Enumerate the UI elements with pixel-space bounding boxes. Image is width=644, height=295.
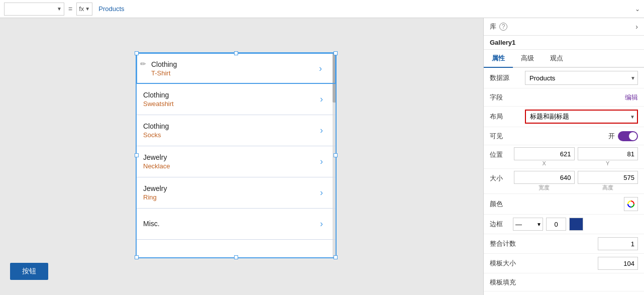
gallery-item-arrow-icon: › bbox=[319, 63, 322, 74]
gallery-item[interactable]: JewelryNecklace› bbox=[136, 146, 336, 177]
total-count-label: 整合计数 bbox=[490, 239, 525, 248]
gallery-item-text: Misc. bbox=[143, 220, 160, 229]
gallery-item-text: JewelryNecklace bbox=[143, 153, 170, 170]
formula-bar: ▼ = fx ▼ ⌄ bbox=[0, 0, 644, 18]
prop-datasource: 数据源 Products ▼ bbox=[484, 68, 644, 88]
size-w-group: 宽度 bbox=[514, 171, 575, 191]
template-padding-label: 模板填充 bbox=[490, 278, 525, 287]
gallery-item[interactable]: Misc.› bbox=[136, 209, 336, 240]
template-size-input[interactable] bbox=[598, 257, 638, 270]
datasource-dropdown-chevron: ▼ bbox=[630, 75, 635, 81]
formula-dropdown-chevron: ▼ bbox=[57, 6, 62, 12]
formula-fx-label: fx bbox=[79, 5, 84, 13]
panel-header-left: 库 ? bbox=[490, 22, 507, 31]
gallery-item-title: Clothing bbox=[143, 122, 169, 130]
size-w-input[interactable] bbox=[514, 171, 575, 184]
position-input-row: X Y bbox=[514, 147, 638, 166]
border-label: 边框 bbox=[490, 220, 510, 229]
gallery-item-arrow-icon: › bbox=[320, 187, 323, 198]
formula-fx-button[interactable]: fx ▼ bbox=[76, 3, 92, 16]
visible-toggle-area: 开 bbox=[525, 131, 638, 141]
gallery-item-text: ClothingT-Shirt bbox=[151, 60, 177, 77]
color-label: 颜色 bbox=[490, 200, 525, 209]
pos-x-input[interactable] bbox=[514, 147, 575, 160]
prop-template-size: 模板大小 bbox=[484, 254, 644, 273]
formula-bar-left: ▼ = fx ▼ bbox=[4, 3, 92, 16]
panel-component-name: Gallery1 bbox=[484, 36, 644, 50]
size-label: 大小 bbox=[490, 171, 510, 183]
border-style-select[interactable]: — ▼ bbox=[513, 218, 543, 231]
datasource-dropdown[interactable]: Products ▼ bbox=[525, 71, 638, 85]
gallery-item-subtitle: T-Shirt bbox=[151, 69, 177, 77]
color-picker-icon bbox=[627, 200, 635, 208]
prop-layout: 布局 标题和副标题 ▼ bbox=[484, 107, 644, 127]
size-h-group: 高度 bbox=[578, 171, 638, 191]
gallery-item-text: JewelryRing bbox=[143, 184, 167, 201]
button-component[interactable]: 按钮 bbox=[10, 263, 48, 280]
gallery-component[interactable]: ClothingT-Shirt›✏ClothingSweatshirt›Clot… bbox=[136, 52, 337, 258]
pos-y-group: Y bbox=[578, 147, 638, 166]
prop-fields: 字段 编辑 bbox=[484, 88, 644, 107]
gallery-item-edit-icon[interactable]: ✏ bbox=[140, 60, 146, 68]
fields-edit-link[interactable]: 编辑 bbox=[625, 93, 638, 102]
gallery-item-arrow-icon: › bbox=[320, 125, 323, 136]
visible-label: 可见 bbox=[490, 132, 525, 141]
gallery-item-title: Misc. bbox=[143, 220, 160, 228]
gallery-item[interactable]: ClothingSocks› bbox=[136, 115, 336, 146]
pos-y-input[interactable] bbox=[578, 147, 638, 160]
template-size-label: 模板大小 bbox=[490, 259, 525, 268]
total-count-input[interactable] bbox=[598, 237, 638, 250]
gallery-item-arrow-icon: › bbox=[320, 219, 323, 229]
visible-toggle-label: 开 bbox=[608, 132, 615, 141]
datasource-dropdown-value: Products bbox=[529, 74, 555, 82]
size-input-row: 宽度 高度 bbox=[514, 171, 638, 191]
fields-label: 字段 bbox=[490, 93, 525, 102]
formula-input[interactable] bbox=[94, 5, 633, 13]
layout-dropdown-value: 标题和副标题 bbox=[530, 112, 569, 121]
prop-color: 颜色 bbox=[484, 194, 644, 215]
formula-eq-symbol: = bbox=[66, 5, 74, 13]
gallery-list: ClothingT-Shirt›✏ClothingSweatshirt›Clot… bbox=[136, 52, 337, 258]
size-h-input[interactable] bbox=[578, 171, 638, 184]
layout-dropdown[interactable]: 标题和副标题 ▼ bbox=[525, 110, 638, 124]
color-picker-button[interactable] bbox=[624, 197, 638, 211]
panel-section-label: 库 bbox=[490, 22, 496, 31]
position-label: 位置 bbox=[490, 147, 510, 159]
border-style-chevron: ▼ bbox=[536, 222, 542, 227]
size-inputs: 宽度 高度 bbox=[514, 171, 638, 191]
gallery-item-title: Clothing bbox=[151, 60, 177, 68]
gallery-item-text: ClothingSocks bbox=[143, 122, 169, 139]
visible-toggle-switch[interactable] bbox=[618, 131, 638, 141]
right-panel: 库 ? › Gallery1 属性 高级 观点 数据源 Products ▼ 字… bbox=[483, 18, 644, 295]
prop-template-padding: 模板填充 bbox=[484, 273, 644, 291]
fields-value-area: 编辑 bbox=[525, 93, 638, 102]
border-width-input[interactable] bbox=[546, 218, 566, 231]
gallery-item[interactable]: ClothingT-Shirt›✏ bbox=[136, 53, 336, 84]
tab-properties[interactable]: 属性 bbox=[484, 50, 513, 68]
tab-advanced[interactable]: 高级 bbox=[513, 50, 542, 68]
main-area: ClothingT-Shirt›✏ClothingSweatshirt›Clot… bbox=[0, 18, 644, 295]
prop-position: 位置 X Y bbox=[484, 145, 644, 169]
tab-view[interactable]: 观点 bbox=[542, 50, 571, 68]
panel-question-icon[interactable]: ? bbox=[499, 23, 507, 31]
gallery-item-arrow-icon: › bbox=[320, 156, 323, 167]
datasource-value-area: Products ▼ bbox=[525, 71, 638, 85]
gallery-item-subtitle: Sweatshirt bbox=[143, 100, 174, 108]
gallery-item[interactable]: JewelryRing› bbox=[136, 177, 336, 209]
canvas-area: ClothingT-Shirt›✏ClothingSweatshirt›Clot… bbox=[0, 18, 483, 295]
toggle-knob bbox=[629, 132, 637, 140]
border-color-swatch[interactable] bbox=[569, 218, 583, 231]
color-swatch-area bbox=[525, 197, 638, 211]
datasource-label: 数据源 bbox=[490, 73, 525, 82]
panel-header: 库 ? › bbox=[484, 18, 644, 36]
gallery-item-subtitle: Necklace bbox=[143, 162, 170, 170]
formula-expand-button[interactable]: ⌄ bbox=[635, 6, 640, 13]
panel-tabs: 属性 高级 观点 bbox=[484, 50, 644, 68]
gallery-item[interactable]: ClothingSweatshirt› bbox=[136, 84, 336, 115]
prop-border: 边框 — ▼ bbox=[484, 215, 644, 234]
panel-expand-icon[interactable]: › bbox=[635, 23, 638, 31]
layout-dropdown-chevron: ▼ bbox=[630, 114, 635, 120]
formula-name-dropdown[interactable]: ▼ bbox=[4, 3, 64, 16]
pos-y-label: Y bbox=[578, 160, 638, 166]
gallery-item-subtitle: Socks bbox=[143, 131, 169, 139]
